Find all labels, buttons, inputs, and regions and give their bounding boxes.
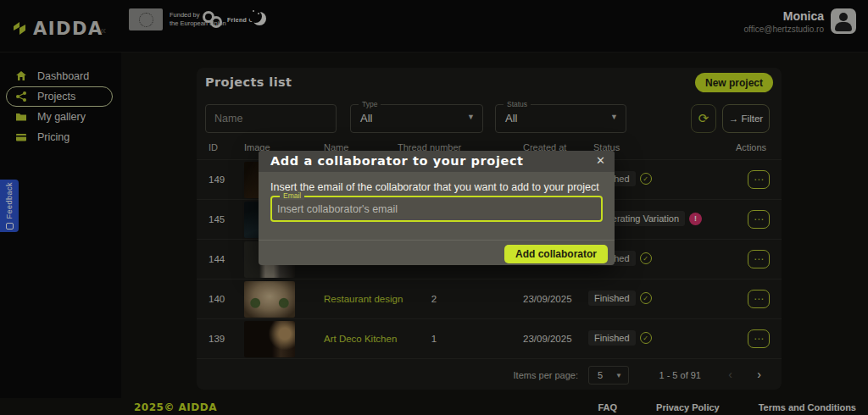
add-collaborator-button[interactable]: Add collaborator [504,245,608,263]
modal-header: Add a collaborator to your project ✕ [259,151,615,172]
email-field[interactable] [277,199,598,219]
app-root: AIDDA « Funded by the European Union Fri… [0,0,868,415]
modal-description: Insert the email of the collaborator tha… [270,181,599,193]
modal-title: Add a collaborator to your project [270,154,524,168]
email-field-outline: Email [270,196,603,222]
modal-footer: Add collaborator [259,240,615,265]
add-collaborator-modal: Add a collaborator to your project ✕ Ins… [259,151,615,265]
close-icon[interactable]: ✕ [596,154,605,167]
